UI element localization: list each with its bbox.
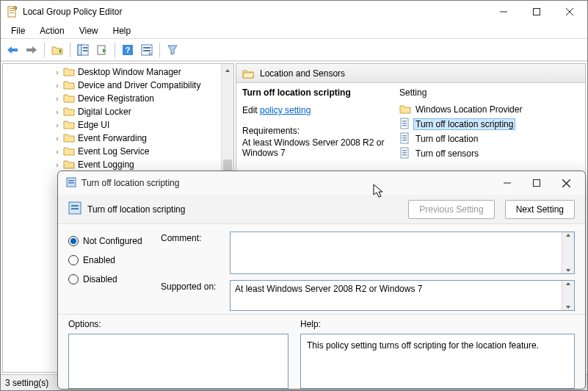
- chevron-right-icon[interactable]: ›: [53, 161, 62, 169]
- up-button[interactable]: [48, 41, 66, 59]
- dialog-minimize-button[interactable]: [493, 173, 522, 193]
- toolbar: ?: [1, 39, 587, 61]
- setting-row[interactable]: Turn off location scripting: [399, 117, 579, 132]
- comment-textarea[interactable]: [230, 232, 575, 274]
- setting-label: Windows Location Provider: [415, 104, 522, 115]
- tree-item[interactable]: ›Edge UI: [3, 118, 233, 132]
- tree-item[interactable]: ›Event Log Service: [3, 145, 233, 158]
- folder-icon: [63, 93, 75, 105]
- help-panel[interactable]: This policy setting turns off scripting …: [300, 334, 575, 389]
- show-hide-tree-button[interactable]: [74, 41, 92, 59]
- chevron-right-icon[interactable]: ›: [53, 121, 62, 129]
- next-setting-button[interactable]: Next Setting: [505, 200, 575, 219]
- properties-button[interactable]: [138, 41, 156, 59]
- folder-icon: [63, 159, 75, 171]
- comment-scrollbar[interactable]: [562, 232, 574, 273]
- separator: [70, 43, 70, 57]
- folder-icon: [63, 66, 75, 79]
- svg-rect-14: [83, 50, 87, 51]
- radio-icon: [68, 255, 79, 265]
- tree-item[interactable]: ›Event Forwarding: [3, 132, 233, 145]
- setting-row[interactable]: Turn off sensors: [399, 146, 579, 161]
- requirements-label: Requirements:: [242, 126, 392, 136]
- svg-rect-26: [402, 135, 407, 137]
- chevron-right-icon[interactable]: ›: [53, 148, 62, 156]
- tree-item[interactable]: ›Device Registration: [3, 92, 233, 105]
- tree-item[interactable]: ›Event Logging: [3, 158, 233, 171]
- previous-setting-button[interactable]: Previous Setting: [408, 200, 494, 219]
- svg-rect-30: [402, 150, 407, 151]
- radio-enabled[interactable]: Enabled: [68, 251, 149, 270]
- menu-help[interactable]: Help: [106, 24, 139, 37]
- minimize-button[interactable]: [487, 1, 520, 22]
- radio-disabled[interactable]: Disabled: [68, 270, 149, 289]
- titlebar: Local Group Policy Editor: [1, 1, 587, 23]
- column-header-setting[interactable]: Setting: [399, 87, 579, 98]
- folder-icon: [63, 79, 75, 92]
- edit-policy-link[interactable]: policy setting: [260, 105, 311, 115]
- separator: [115, 43, 115, 57]
- setting-row[interactable]: Windows Location Provider: [399, 102, 579, 117]
- maximize-button[interactable]: [520, 1, 553, 22]
- comment-value: [231, 232, 574, 238]
- tree-item-label: Desktop Window Manager: [78, 67, 181, 77]
- tree-item-label: Device Registration: [78, 93, 154, 104]
- help-label: Help:: [300, 319, 575, 329]
- radio-label: Disabled: [83, 274, 117, 284]
- tree-item[interactable]: ›Device and Driver Compatibility: [3, 79, 233, 92]
- svg-rect-22: [402, 121, 407, 122]
- setting-label: Turn off location: [415, 134, 478, 144]
- tree-item[interactable]: ›Digital Locker: [3, 105, 233, 118]
- policy-dialog: Turn off location scripting Turn off loc…: [57, 171, 586, 390]
- folder-icon: [63, 106, 75, 118]
- radio-not-configured[interactable]: Not Configured: [68, 232, 149, 251]
- folder-icon: [63, 119, 75, 132]
- dialog-maximize-button[interactable]: [522, 173, 551, 193]
- options-panel[interactable]: [68, 334, 288, 389]
- forward-button[interactable]: [23, 41, 40, 59]
- chevron-right-icon[interactable]: ›: [53, 108, 62, 116]
- folder-icon: [399, 104, 411, 116]
- svg-rect-34: [68, 180, 74, 182]
- svg-rect-12: [78, 45, 81, 55]
- policy-icon: [68, 201, 81, 217]
- radio-label: Enabled: [83, 255, 115, 265]
- edit-line: Edit policy setting: [242, 105, 392, 115]
- menu-view[interactable]: View: [72, 24, 106, 37]
- svg-rect-42: [71, 208, 79, 209]
- supported-scrollbar[interactable]: [562, 281, 574, 310]
- tree-item[interactable]: ›Desktop Window Manager: [3, 65, 233, 79]
- tree-item-label: Edge UI: [78, 120, 109, 130]
- export-list-button[interactable]: [93, 41, 111, 59]
- scroll-up-icon[interactable]: [222, 64, 233, 76]
- svg-rect-6: [533, 9, 540, 15]
- menubar: File Action View Help: [1, 23, 587, 39]
- svg-text:?: ?: [126, 46, 131, 54]
- svg-rect-37: [534, 180, 540, 187]
- tree-item-label: Event Logging: [78, 159, 134, 170]
- svg-rect-20: [143, 50, 150, 51]
- path-title: Location and Sensors: [260, 68, 345, 79]
- chevron-right-icon[interactable]: ›: [53, 68, 62, 76]
- dialog-app-icon: [65, 176, 77, 190]
- chevron-right-icon[interactable]: ›: [53, 95, 62, 103]
- close-button[interactable]: [553, 1, 586, 22]
- radio-label: Not Configured: [83, 236, 142, 246]
- separator: [159, 43, 160, 57]
- labels-row: Options: Help:: [58, 314, 585, 329]
- setting-label: Turn off sensors: [415, 148, 479, 159]
- tree-item-label: Digital Locker: [78, 107, 131, 117]
- selected-setting-name: Turn off location scripting: [242, 87, 392, 98]
- menu-action[interactable]: Action: [32, 24, 71, 37]
- status-text: 3 setting(s): [5, 378, 48, 388]
- dialog-close-button[interactable]: [551, 173, 581, 193]
- chevron-right-icon[interactable]: ›: [53, 82, 62, 90]
- back-button[interactable]: [4, 41, 21, 59]
- filter-button[interactable]: [164, 41, 181, 59]
- window-controls: [487, 1, 586, 22]
- setting-row[interactable]: Turn off location: [399, 132, 579, 146]
- help-button[interactable]: ?: [119, 41, 137, 59]
- chevron-right-icon[interactable]: ›: [53, 134, 62, 143]
- menu-file[interactable]: File: [4, 24, 32, 37]
- svg-point-4: [14, 7, 17, 10]
